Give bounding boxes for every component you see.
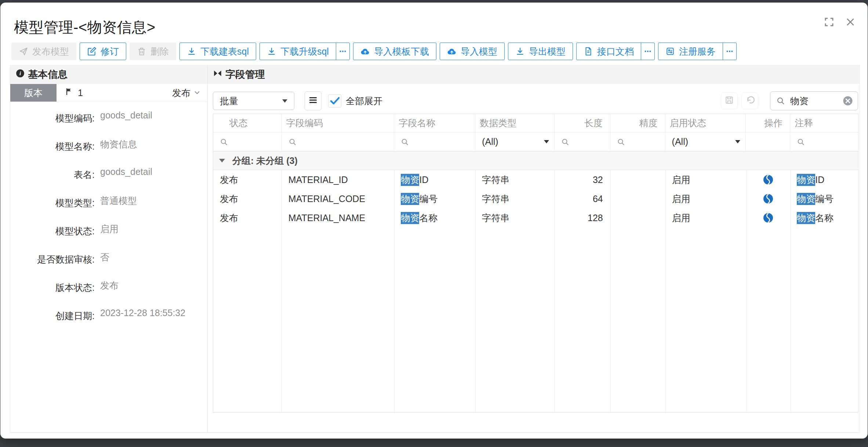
filter-cell-4[interactable] xyxy=(555,132,610,151)
column-header-8[interactable]: 注释 xyxy=(790,114,858,132)
filter-cell-5[interactable] xyxy=(610,132,665,151)
field-name-cell: 物资ID xyxy=(394,170,475,189)
search-icon xyxy=(561,138,569,146)
fields-icon xyxy=(213,69,222,81)
download-icon xyxy=(187,47,196,56)
version-row: 版本 1 发布 xyxy=(10,84,207,102)
column-header-5[interactable]: 精度 xyxy=(610,114,665,132)
toolbar-button-4[interactable]: 下载升级sql xyxy=(260,43,336,60)
model-management-dialog: 模型管理-<物资信息> 发布模型修订删除下载建表sql下载升级sql导入模板下载… xyxy=(0,3,868,439)
globe-icon[interactable] xyxy=(763,213,773,223)
toolbar-button-8[interactable]: 接口文档 xyxy=(577,43,641,60)
data-type-cell: 字符串 xyxy=(475,189,555,208)
toolbar-button-6[interactable]: 导入模型 xyxy=(440,43,504,60)
table-filter-row: (All)(All) xyxy=(213,132,858,151)
toolbar-button-group-2: 删除 xyxy=(130,43,176,60)
doc-icon xyxy=(584,47,593,56)
toolbar-button-group-6: 导入模型 xyxy=(440,43,505,60)
dialog-content: i 基本信息 版本 1 发布 xyxy=(10,65,860,433)
toolbar-button-label: 导入模型 xyxy=(461,45,497,58)
model-field-row: 版本状态:发布 xyxy=(10,279,207,308)
group-label: 分组: 未分组 (3) xyxy=(232,155,298,167)
highlighted-text: 物资 xyxy=(797,212,815,224)
filter-cell-8[interactable] xyxy=(790,132,858,151)
more-options-button[interactable] xyxy=(336,43,349,60)
operation-cell xyxy=(746,170,790,189)
toolbar-button-7[interactable]: 导出模型 xyxy=(508,43,573,60)
toolbar-button-label: 接口文档 xyxy=(597,45,634,58)
status-cell: 发布 xyxy=(213,189,282,208)
close-icon[interactable] xyxy=(844,16,857,28)
column-header-3[interactable]: 数据类型 xyxy=(475,114,555,132)
toolbar-button-3[interactable]: 下载建表sql xyxy=(180,43,256,60)
field-value: 普通模型 xyxy=(95,195,137,207)
field-management-header: 字段管理 xyxy=(208,65,860,84)
field-table-row[interactable]: 发布MATERIAL_CODE物资编号字符串64启用物资编号 xyxy=(213,189,858,208)
undo-icon xyxy=(745,95,755,106)
cloud-up-icon xyxy=(360,47,370,56)
search-icon xyxy=(288,138,297,146)
globe-icon[interactable] xyxy=(763,194,773,204)
undo-button[interactable] xyxy=(741,92,758,109)
ellipsis-icon xyxy=(726,47,734,55)
model-field-row: 模型名称:物资信息 xyxy=(10,138,207,166)
collapse-triangle-icon xyxy=(219,159,225,162)
field-management-panel: 字段管理 批量 全部展开 xyxy=(208,65,860,432)
field-label: 模型类型: xyxy=(10,195,95,209)
field-search-input[interactable]: 物资 xyxy=(770,91,858,110)
menu-button[interactable] xyxy=(305,91,322,110)
expand-all-checkbox[interactable]: 全部展开 xyxy=(328,94,382,107)
comment-cell: 物资ID xyxy=(790,170,858,189)
more-options-button[interactable] xyxy=(641,43,654,60)
batch-dropdown[interactable]: 批量 xyxy=(213,92,294,110)
filter-cell-0[interactable] xyxy=(213,132,282,151)
filter-cell-7 xyxy=(746,132,790,151)
toolbar-button-9[interactable]: 注册服务 xyxy=(658,43,723,60)
more-options-button[interactable] xyxy=(723,43,736,60)
filter-cell-1[interactable] xyxy=(282,132,395,151)
toolbar-button-group-9: 注册服务 xyxy=(658,43,737,60)
clear-search-icon[interactable] xyxy=(842,95,853,106)
version-status-dropdown[interactable]: 发布 xyxy=(172,87,201,99)
filter-cell-6[interactable]: (All) xyxy=(665,132,746,151)
field-value: 物资信息 xyxy=(95,138,137,150)
toolbar-button-label: 下载建表sql xyxy=(200,45,249,58)
toolbar-button-1[interactable]: 修订 xyxy=(80,43,126,60)
filter-cell-2[interactable] xyxy=(394,132,475,151)
model-field-row: 模型状态:启用 xyxy=(10,223,207,251)
field-label: 模型状态: xyxy=(10,223,95,237)
expand-all-label: 全部展开 xyxy=(346,95,382,107)
toolbar-button-label: 修订 xyxy=(101,45,119,58)
field-value: 否 xyxy=(95,251,109,263)
field-value: goods_detail xyxy=(95,110,152,121)
enabled-status-cell: 启用 xyxy=(665,189,746,208)
globe-icon[interactable] xyxy=(763,175,773,185)
data-type-cell: 字符串 xyxy=(475,208,555,227)
edit-icon xyxy=(87,47,97,56)
column-header-0[interactable]: 状态 xyxy=(213,114,282,132)
field-label: 是否数据审核: xyxy=(10,251,95,265)
field-label: 创建日期: xyxy=(10,308,95,322)
toolbar-button-5[interactable]: 导入模板下载 xyxy=(353,43,436,60)
toolbar-button-2: 删除 xyxy=(130,43,176,60)
save-button[interactable] xyxy=(721,92,738,109)
version-number: 1 xyxy=(78,88,83,98)
group-row[interactable]: 分组: 未分组 (3) xyxy=(213,151,858,170)
field-code-cell: MATERIAL_NAME xyxy=(282,208,395,227)
window-controls xyxy=(823,16,857,28)
field-table-row[interactable]: 发布MATERIAL_NAME物资名称字符串128启用物资名称 xyxy=(213,208,858,227)
column-header-2[interactable]: 字段名称 xyxy=(394,114,475,132)
toolbar-button-label: 导入模板下载 xyxy=(374,45,429,58)
column-header-4[interactable]: 长度 xyxy=(555,114,610,132)
column-header-1[interactable]: 字段编码 xyxy=(282,114,395,132)
field-table-row[interactable]: 发布MATERIAL_ID物资ID字符串32启用物资ID xyxy=(213,170,858,189)
column-header-7[interactable]: 操作 xyxy=(746,114,790,132)
field-label: 表名: xyxy=(10,166,95,181)
fullscreen-icon[interactable] xyxy=(823,16,835,28)
field-value: 发布 xyxy=(95,279,119,292)
precision-cell xyxy=(610,189,665,208)
filter-cell-3[interactable]: (All) xyxy=(475,132,555,151)
toolbar-button-label: 注册服务 xyxy=(679,45,716,58)
column-header-6[interactable]: 启用状态 xyxy=(665,114,746,132)
field-label: 模型名称: xyxy=(10,138,95,153)
